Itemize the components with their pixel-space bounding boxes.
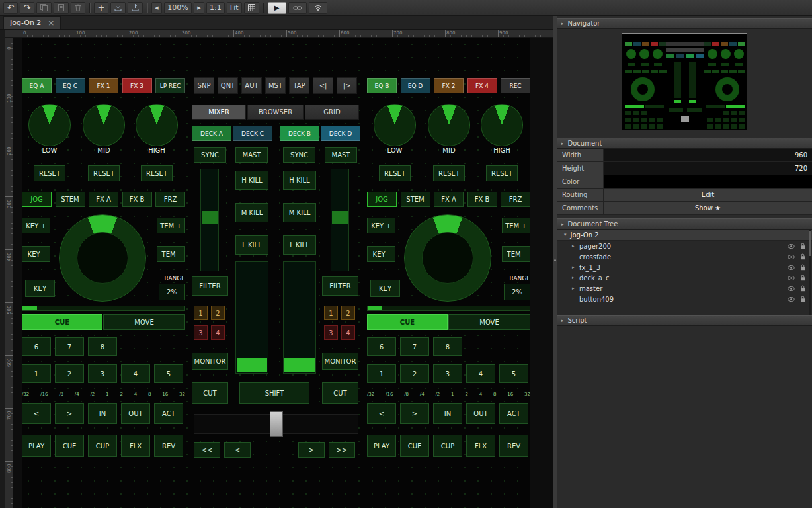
eq-knob-mid-left[interactable]: [83, 104, 125, 146]
loop-button-3[interactable]: OUT: [466, 403, 495, 424]
add-object-button[interactable]: +: [94, 2, 108, 14]
document-tree-header[interactable]: ▸ Document Tree: [557, 218, 812, 230]
transport-button-play[interactable]: PLAY: [22, 435, 51, 457]
hotcue-button-3[interactable]: 3: [88, 364, 117, 383]
sync-button-left[interactable]: SYNC: [194, 147, 226, 163]
mode-button-frz[interactable]: FRZ: [155, 192, 185, 207]
reset-button[interactable]: RESET: [141, 165, 173, 181]
hotcue-button-8[interactable]: 8: [433, 337, 462, 356]
crossfader-handle[interactable]: [270, 411, 283, 437]
eq-knob-mid-right[interactable]: [428, 104, 470, 146]
kill-button-l-kill[interactable]: L KILL: [235, 235, 268, 255]
mast-button-left[interactable]: MAST: [235, 147, 268, 163]
volume-fader-right[interactable]: [283, 261, 316, 374]
key-plus-button[interactable]: KEY +: [367, 218, 395, 233]
mode-button-stem[interactable]: STEM: [401, 192, 430, 207]
editor-canvas[interactable]: EQ AEQ CFX 1FX 3LP RECLOWMIDHIGHRESETRES…: [13, 38, 553, 508]
visibility-eye-icon[interactable]: [788, 296, 795, 302]
monitor-button[interactable]: MONITOR: [192, 353, 228, 370]
navigator-thumbnail[interactable]: [622, 33, 747, 130]
fx-assign-button-2[interactable]: 2: [341, 306, 355, 320]
filter-button[interactable]: FILTER: [192, 276, 228, 296]
delete-button[interactable]: [71, 2, 85, 14]
range-value[interactable]: 2%: [504, 284, 530, 300]
cut-button-left[interactable]: CUT: [192, 382, 228, 404]
cut-button-right[interactable]: CUT: [322, 382, 358, 404]
hotcue-button-4[interactable]: 4: [466, 364, 495, 383]
mode-button-fxa[interactable]: FX A: [89, 192, 118, 207]
redo-button[interactable]: ↷: [20, 2, 34, 14]
loop-button-0[interactable]: <: [22, 403, 51, 424]
loop-button-2[interactable]: IN: [88, 403, 117, 424]
tree-item-crossfade[interactable]: crossfade: [557, 251, 812, 262]
transport-button-rev[interactable]: REV: [154, 435, 183, 457]
visibility-eye-icon[interactable]: [788, 265, 795, 271]
wifi-button[interactable]: [309, 2, 327, 14]
zoom-one-to-one-button[interactable]: 1:1: [206, 2, 225, 14]
nudge-button-1[interactable]: <: [224, 442, 251, 458]
import-button[interactable]: [110, 2, 126, 14]
visibility-eye-icon[interactable]: [788, 275, 795, 281]
tab-jog-on-2[interactable]: Jog-On 2 ×: [3, 16, 61, 29]
mast-button-right[interactable]: MAST: [325, 147, 357, 163]
loop-button-4[interactable]: ACT: [499, 403, 528, 424]
fx-select-button-left[interactable]: FX 3: [122, 78, 152, 93]
scrollbar-thumb[interactable]: [809, 231, 811, 256]
mode-button-jog[interactable]: JOG: [22, 192, 52, 207]
expand-icon[interactable]: ▸: [572, 265, 579, 270]
nudge-button-3[interactable]: >>: [329, 442, 355, 458]
range-value[interactable]: 2%: [159, 284, 185, 300]
perf-button-5[interactable]: <|: [313, 77, 333, 94]
routing-edit-button[interactable]: Edit: [604, 189, 812, 201]
fx-select-button-left[interactable]: EQ C: [56, 78, 85, 93]
reset-button[interactable]: RESET: [88, 165, 120, 181]
hotcue-button-7[interactable]: 7: [400, 337, 429, 356]
key-button[interactable]: KEY: [25, 280, 55, 297]
key-plus-button[interactable]: KEY +: [22, 218, 50, 233]
deck-select-deckb[interactable]: DECK B: [280, 126, 319, 141]
nudge-button-0[interactable]: <<: [194, 442, 220, 458]
fx-select-button-right[interactable]: FX 2: [434, 78, 464, 93]
fx-select-button-left[interactable]: LP REC: [155, 78, 185, 93]
transport-button-cup[interactable]: CUP: [433, 435, 462, 457]
kill-button-l-kill[interactable]: L KILL: [283, 235, 316, 255]
eq-knob-high-left[interactable]: [136, 104, 178, 146]
hotcue-button-3[interactable]: 3: [433, 364, 462, 383]
transport-button-flx[interactable]: FLX: [466, 435, 495, 457]
fx-select-button-right[interactable]: EQ D: [401, 78, 430, 93]
filter-button[interactable]: FILTER: [322, 276, 358, 296]
hotcue-button-7[interactable]: 7: [55, 337, 84, 356]
kill-button-h-kill[interactable]: H KILL: [283, 171, 316, 190]
tree-item-master[interactable]: ▸master: [557, 283, 812, 294]
key-minus-button[interactable]: KEY -: [367, 246, 395, 262]
loop-button-4[interactable]: ACT: [154, 403, 183, 424]
paste-button[interactable]: [54, 2, 69, 14]
tree-item-button409[interactable]: button409: [557, 294, 812, 304]
fader-handle[interactable]: [284, 358, 315, 372]
transport-button-rev[interactable]: REV: [499, 435, 528, 457]
perf-button-2[interactable]: AUT: [241, 77, 262, 94]
expand-icon[interactable]: ▸: [572, 243, 579, 249]
undo-button[interactable]: ↶: [3, 2, 18, 14]
fx-assign-button-4[interactable]: 4: [211, 325, 225, 340]
lock-icon[interactable]: [800, 264, 805, 271]
hotcue-button-1[interactable]: 1: [22, 364, 51, 383]
mode-button-fxa[interactable]: FX A: [434, 192, 464, 207]
zoom-out-button[interactable]: ◀: [151, 2, 162, 14]
transport-button-flx[interactable]: FLX: [121, 435, 150, 457]
fx-select-button-right[interactable]: REC: [501, 78, 530, 93]
kill-button-m-kill[interactable]: M KILL: [283, 203, 316, 222]
deck-select-deckc[interactable]: DECK C: [233, 126, 272, 141]
copy-button[interactable]: [36, 2, 52, 14]
lock-icon[interactable]: [800, 296, 805, 302]
perf-button-4[interactable]: TAP: [289, 77, 309, 94]
deck-select-decka[interactable]: DECK A: [192, 126, 231, 141]
tempo-plus-button[interactable]: TEM +: [157, 218, 185, 233]
expand-icon[interactable]: ▸: [572, 275, 579, 280]
tempo-plus-button[interactable]: TEM +: [502, 218, 530, 233]
cue-loop-button[interactable]: CUE: [367, 314, 448, 330]
navigator-header[interactable]: ▸ Navigator: [557, 18, 812, 29]
lock-icon[interactable]: [800, 253, 805, 260]
fader-handle[interactable]: [332, 211, 348, 224]
eq-knob-low-right[interactable]: [374, 104, 416, 146]
